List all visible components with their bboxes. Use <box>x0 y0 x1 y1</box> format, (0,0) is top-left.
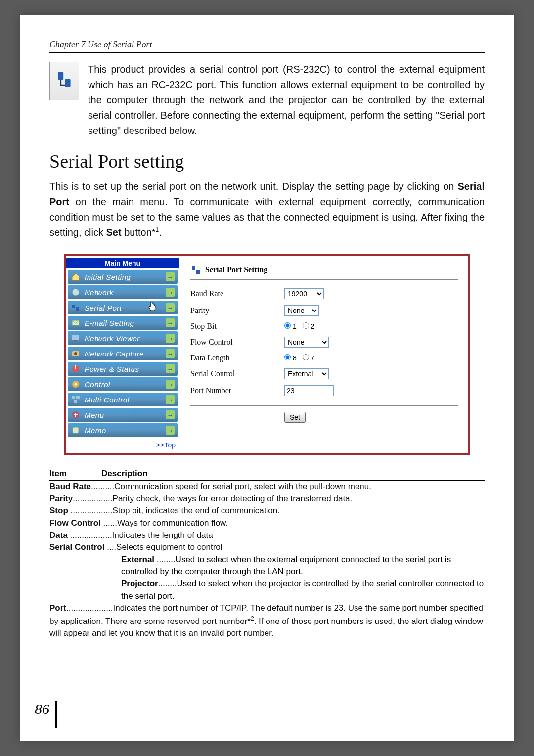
set-button[interactable]: Set <box>284 412 306 423</box>
svg-rect-15 <box>76 396 80 399</box>
sidebar-item-power-status[interactable]: Power & Status <box>68 362 178 376</box>
svg-rect-11 <box>75 365 76 369</box>
sidebar-item-initial-setting[interactable]: Initial Setting <box>68 270 178 284</box>
definition: .................Parity check, the ways … <box>73 494 352 503</box>
stop-bit-radio-1[interactable]: 1 <box>284 322 297 330</box>
desc-sub-projector: Projector........Used to select when the… <box>49 578 485 602</box>
desc-row-data: Data ..................Indicates the len… <box>49 530 485 542</box>
svg-rect-3 <box>72 305 75 308</box>
sidebar-item-network-viewer[interactable]: Network Viewer <box>68 331 178 345</box>
sidebar-item-network[interactable]: Network <box>68 285 178 299</box>
top-link[interactable]: >>Top <box>156 441 176 449</box>
data-length-radio-7[interactable]: 7 <box>303 354 315 362</box>
sidebar-item-label: Network Capture <box>85 350 166 358</box>
chapter-header: Chapter 7 Use of Serial Port <box>49 40 485 53</box>
sidebar-item-network-capture[interactable]: Network Capture <box>68 347 178 360</box>
baud-rate-label: Baud Rate <box>190 289 284 298</box>
term: Port <box>49 603 66 613</box>
flow-control-label: Flow Control <box>190 338 284 347</box>
serial-control-label: Serial Control <box>190 369 284 378</box>
arrow-icon <box>166 395 175 404</box>
arrow-icon <box>166 303 175 312</box>
sidebar-item-control[interactable]: Control <box>68 377 178 391</box>
desc-row-baud: Baud Rate..........Communication speed f… <box>49 481 485 493</box>
definition: ......Ways for communication flow. <box>101 518 228 528</box>
main-menu-title: Main Menu <box>66 258 179 268</box>
port-number-input[interactable] <box>284 385 334 396</box>
sidebar-item-serial-port[interactable]: Serial Port <box>68 301 178 314</box>
sidebar-item-email-setting[interactable]: E-mail Setting <box>68 316 178 330</box>
arrow-icon <box>166 272 175 281</box>
body-part: This is to set up the serial port on the… <box>49 181 458 192</box>
term: Projector <box>121 579 158 588</box>
arrow-icon <box>166 426 175 435</box>
baud-rate-select[interactable]: 19200 <box>284 288 324 299</box>
power-icon <box>71 364 81 374</box>
svg-point-9 <box>74 352 77 355</box>
serial-control-select[interactable]: External <box>284 368 329 379</box>
sidebar-item-label: Power & Status <box>85 365 166 373</box>
parity-select[interactable]: None <box>284 305 319 316</box>
svg-rect-1 <box>65 79 71 87</box>
data-length-radio-8[interactable]: 8 <box>284 354 297 362</box>
section-body: This is to set up the serial port on the… <box>49 179 485 240</box>
flow-control-select[interactable]: None <box>284 337 329 348</box>
sidebar-item-label: Network <box>85 288 166 297</box>
description-header: Item Description <box>49 467 485 481</box>
svg-point-13 <box>75 383 77 386</box>
svg-rect-16 <box>74 400 77 403</box>
sidebar-item-label: Multi Control <box>85 396 166 404</box>
svg-rect-6 <box>72 335 79 340</box>
sidebar-item-memo[interactable]: Memo <box>68 423 178 437</box>
radio-label: 7 <box>311 354 315 362</box>
radio-label: 2 <box>311 322 315 330</box>
body-part: . <box>159 227 162 238</box>
sidebar-item-multi-control[interactable]: Multi Control <box>68 393 178 406</box>
arrow-icon <box>166 349 175 358</box>
definition: ....Selects equipment to control <box>104 542 222 552</box>
arrow-icon <box>166 380 175 389</box>
header-item: Item <box>49 469 101 479</box>
definition: ........Used to select when the external… <box>121 555 451 577</box>
term: Data <box>49 531 68 540</box>
radio-label: 8 <box>293 354 297 362</box>
desc-row-serial-control: Serial Control ....Selects equipment to … <box>49 541 485 554</box>
sidebar-item-label: Memo <box>85 426 166 435</box>
term: Stop <box>49 506 68 515</box>
term: Baud Rate <box>49 482 91 491</box>
svg-rect-7 <box>74 340 77 341</box>
section-title: Serial Port setting <box>49 150 485 172</box>
divider <box>190 405 458 406</box>
desc-row-flow: Flow Control ......Ways for communicatio… <box>49 517 485 530</box>
arrow-icon <box>166 334 175 343</box>
svg-rect-20 <box>196 270 200 274</box>
desc-row-parity: Parity.................Parity check, the… <box>49 493 485 505</box>
desc-row-port: Port....................Indicates the po… <box>49 602 485 640</box>
top-link-row: >>Top <box>66 439 179 451</box>
arrow-icon <box>166 410 175 419</box>
sidebar-item-menu[interactable]: Menu <box>68 408 178 422</box>
intro-text: This product provides a serial control p… <box>88 62 485 138</box>
serial-port-form: Serial Port Setting Baud Rate 19200 Pari… <box>179 256 468 453</box>
stop-bit-label: Stop Bit <box>190 322 284 331</box>
body-part: button* <box>122 227 156 238</box>
sidebar-item-label: Control <box>85 380 166 389</box>
settings-screenshot: Main Menu Initial Setting Network Serial… <box>64 254 470 455</box>
radio-label: 1 <box>293 322 297 330</box>
stop-bit-radio-2[interactable]: 2 <box>303 322 315 330</box>
svg-rect-18 <box>73 427 79 433</box>
serial-icon <box>71 303 81 312</box>
arrow-icon <box>166 318 175 327</box>
definition: ..................Indicates the length o… <box>68 531 213 540</box>
sidebar-item-label: Serial Port <box>85 304 166 312</box>
email-icon <box>71 318 81 328</box>
form-title: Serial Port Setting <box>190 262 458 280</box>
multi-icon <box>71 395 81 404</box>
main-menu: Main Menu Initial Setting Network Serial… <box>66 256 179 453</box>
definition: ..................Stop bit, indicates th… <box>68 506 280 515</box>
port-number-label: Port Number <box>190 386 284 395</box>
sidebar-item-label: E-mail Setting <box>85 319 166 327</box>
parity-label: Parity <box>190 306 284 315</box>
svg-rect-14 <box>72 396 75 399</box>
svg-rect-0 <box>58 72 63 80</box>
